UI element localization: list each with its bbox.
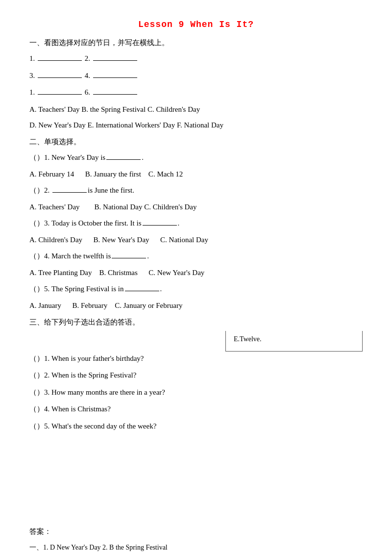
blank-5[interactable] bbox=[38, 94, 82, 95]
section1-header: 一、看图选择对应的节日，并写在横线上。 bbox=[29, 38, 363, 48]
section1-row2: 3. 4. bbox=[29, 69, 363, 83]
s3-q3: （）3. How many months are there in a year… bbox=[29, 385, 240, 400]
section2-header: 二、单项选择。 bbox=[29, 137, 363, 147]
page-title: Lesson 9 When Is It? bbox=[29, 20, 363, 29]
blank-6[interactable] bbox=[93, 94, 137, 95]
section2-q5-options: A. January B. February C. January or Feb… bbox=[29, 299, 363, 313]
s3-q1: （）1. When is your father's birthday? bbox=[29, 352, 240, 366]
section3-header: 三、给下列句子选出合适的答语。 bbox=[29, 318, 363, 327]
blank-3[interactable] bbox=[38, 77, 82, 78]
section2-q1-options: A. February 14 B. January the first C. M… bbox=[29, 167, 363, 181]
section2-q3: （）3. Today is October the first. It is. bbox=[29, 216, 363, 230]
section2-q1: （）1. New Year's Day is. bbox=[29, 151, 363, 165]
section3-content: A. In January or February. B. Monday. C.… bbox=[29, 331, 363, 436]
answer-line1: 一、1. D New Year's Day 2. B the Spring Fe… bbox=[29, 541, 363, 555]
answer-header: 答案： bbox=[29, 524, 363, 539]
blank-q1[interactable] bbox=[106, 159, 141, 160]
s3-q2: （）2. When is the Spring Festival? bbox=[29, 368, 240, 382]
section1-options2: D. New Year's Day E. International Worke… bbox=[29, 118, 363, 132]
section1-row3: 1. 6. bbox=[29, 85, 363, 100]
choice-e: E.Twelve. bbox=[234, 332, 354, 346]
section3-questions: （）1. When is your father's birthday? （）2… bbox=[29, 352, 240, 436]
section1-options1: A. Teachers' Day B. the Spring Festival … bbox=[29, 102, 363, 117]
answer-section: 答案： 一、1. D New Year's Day 2. B the Sprin… bbox=[29, 524, 363, 555]
blank-4[interactable] bbox=[93, 77, 137, 78]
section2-q2-options: A. Teachers' Day B. National Day C. Chil… bbox=[29, 200, 363, 214]
blank-2[interactable] bbox=[93, 60, 137, 61]
answer-choice-box: A. In January or February. B. Monday. C.… bbox=[225, 331, 363, 352]
s3-q4: （）4. When is Christmas? bbox=[29, 402, 240, 416]
section2-q2: （）2. is June the first. bbox=[29, 183, 363, 198]
section2-q4: （）4. March the twelfth is. bbox=[29, 249, 363, 263]
section1-row1: 1. 2. bbox=[29, 51, 363, 66]
blank-q4[interactable] bbox=[112, 258, 146, 258]
blank-q3[interactable] bbox=[143, 225, 177, 226]
blank-1[interactable] bbox=[38, 60, 82, 61]
s3-q5: （）5. What's the second day of the week? bbox=[29, 419, 240, 433]
blank-q2[interactable] bbox=[52, 192, 87, 193]
section2-q3-options: A. Children's Day B. New Year's Day C. N… bbox=[29, 233, 363, 247]
section2-q5: （）5. The Spring Festival is in. bbox=[29, 282, 363, 296]
section2-q4-options: A. Tree Planting Day B. Christmas C. New… bbox=[29, 266, 363, 280]
blank-q5[interactable] bbox=[125, 291, 159, 291]
